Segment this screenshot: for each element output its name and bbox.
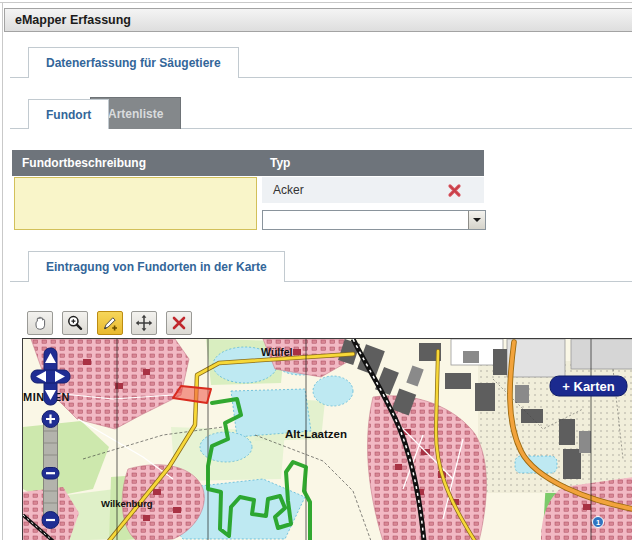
column-typ: Typ (270, 156, 290, 170)
label-wuelfel: Wülfel (261, 346, 293, 358)
map-zoom-control (42, 411, 59, 529)
tab-datenerfassung-label: Datenerfassung für Säugetiere (46, 56, 221, 70)
fundortbeschreibung-textarea[interactable] (14, 177, 257, 230)
table-row: Acker (262, 177, 484, 203)
move-arrows-icon (135, 314, 153, 332)
column-fundortbeschreibung: Fundortbeschreibung (22, 156, 146, 170)
page-top-border (0, 2, 632, 3)
pan-tool-button[interactable] (27, 311, 53, 335)
red-x-icon (447, 183, 462, 198)
page-title: eMapper Erfassung (15, 13, 131, 27)
zoom-in-tool-button[interactable] (62, 311, 88, 335)
tab-fundort[interactable]: Fundort (28, 99, 109, 129)
window-titlebar: eMapper Erfassung (4, 8, 632, 32)
poi-badge-number: 1 (596, 518, 600, 527)
tab-karteneintragung: Eintragung von Fundorten in der Karte (28, 251, 285, 282)
hand-pan-icon (31, 315, 49, 332)
page-left-border (2, 2, 3, 540)
tab-artenliste-label: Artenliste (108, 107, 163, 121)
typ-select-dropdown[interactable] (262, 210, 486, 230)
red-x-icon (170, 314, 188, 332)
layer-switcher-button[interactable]: + Karten (550, 376, 627, 396)
delete-feature-tool-button[interactable] (166, 311, 192, 335)
tab-datenerfassung[interactable]: Datenerfassung für Säugetiere (28, 47, 239, 78)
tab-karteneintragung-label: Eintragung von Fundorten in der Karte (46, 260, 267, 274)
magnifier-plus-icon (66, 314, 84, 332)
chevron-down-icon[interactable] (468, 211, 485, 229)
poi-marker[interactable]: 1 (593, 517, 604, 528)
move-feature-tool-button[interactable] (131, 311, 157, 335)
typ-value: Acker (273, 183, 304, 197)
table-header: Fundortbeschreibung Typ (12, 150, 484, 176)
map-canvas[interactable]: HEMMINGEN Wülfel Alt-Laatzen Wilkenburg … (22, 338, 632, 540)
tab-fundort-label: Fundort (46, 108, 91, 122)
label-alt-laatzen: Alt-Laatzen (285, 428, 347, 440)
draw-fundort-tool-button[interactable] (97, 311, 123, 335)
label-wilkenburg: Wilkenburg (101, 498, 153, 509)
pencil-plus-icon (101, 314, 119, 332)
layer-switcher-label: + Karten (562, 379, 614, 394)
delete-typ-button[interactable] (447, 183, 462, 198)
